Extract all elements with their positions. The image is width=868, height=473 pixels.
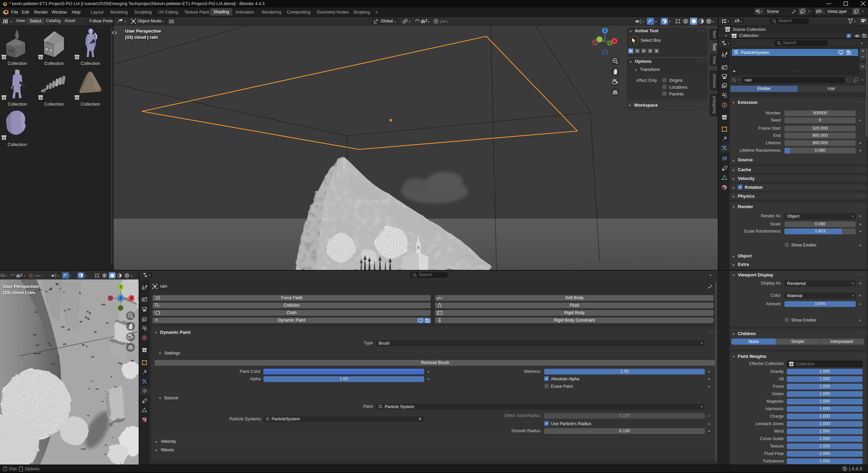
svg-text:Y: Y <box>609 41 611 45</box>
svg-text:Z: Z <box>604 29 606 33</box>
svg-text:Z: Z <box>120 296 122 300</box>
svg-text:X: X <box>131 296 133 300</box>
svg-text:Y: Y <box>120 285 122 289</box>
svg-text:X: X <box>613 39 616 43</box>
